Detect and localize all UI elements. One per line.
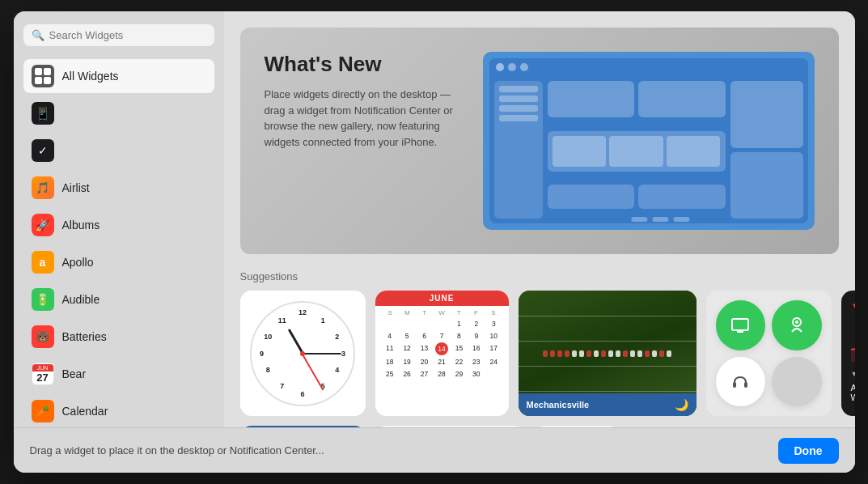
unknown-app-icon: 📱 bbox=[32, 102, 54, 125]
clock-num-9: 9 bbox=[260, 350, 264, 358]
clock-num-2: 2 bbox=[335, 333, 339, 341]
sidebar-item-label: All Widgets bbox=[62, 70, 119, 83]
cal-cell[interactable]: 8 bbox=[451, 330, 467, 342]
day-t2: T bbox=[451, 309, 468, 316]
cal-cell[interactable] bbox=[485, 368, 502, 380]
search-input[interactable] bbox=[49, 29, 206, 41]
cal-cell[interactable]: 30 bbox=[468, 368, 485, 380]
bottom-instruction: Drag a widget to place it on the desktop… bbox=[30, 444, 324, 456]
cal-cell[interactable]: 5 bbox=[399, 330, 415, 342]
cal-cell[interactable]: 24 bbox=[485, 356, 502, 367]
control-btn-airplay[interactable] bbox=[772, 300, 822, 350]
sidebar-item-albums[interactable]: 🎵 Airlist bbox=[23, 171, 214, 205]
mac-dot-yellow bbox=[508, 63, 516, 71]
done-button[interactable]: Done bbox=[778, 438, 839, 464]
search-bar[interactable]: 🔍 bbox=[23, 24, 214, 46]
weather-bar: Mechanicsville 🌙 bbox=[519, 393, 697, 416]
cal-cell[interactable]: 29 bbox=[451, 368, 467, 380]
cal-cell[interactable]: 22 bbox=[451, 356, 467, 367]
cal-cell[interactable]: 4 bbox=[382, 330, 398, 342]
airlist-icon: ✓ bbox=[32, 139, 54, 162]
stocks-widget[interactable]: ▼ AAPL 183.31 ▼ | ✦ Floowave Apple Retai… bbox=[841, 291, 855, 416]
day-w: W bbox=[433, 309, 450, 316]
calendar-days-header: S M T W T F S bbox=[382, 309, 502, 316]
clock-num-11: 11 bbox=[278, 316, 286, 325]
cal-cell-today[interactable]: 14 bbox=[435, 342, 448, 355]
cal-cell[interactable]: 17 bbox=[485, 342, 502, 355]
mac-dot-green bbox=[520, 63, 528, 71]
sidebar-item-audible[interactable]: a Apollo bbox=[23, 245, 214, 279]
cal-cell[interactable] bbox=[399, 318, 415, 329]
mac-sidebar-sim-item bbox=[499, 86, 538, 92]
sidebar-item-unknown[interactable]: 📱 bbox=[23, 96, 214, 130]
calendar-widget[interactable]: JUNE S M T W T F S bbox=[375, 291, 509, 416]
sidebar-item-bear[interactable]: 🐻 Batteries bbox=[23, 320, 214, 354]
audible-icon: a bbox=[32, 251, 54, 274]
cal-cell[interactable]: 10 bbox=[485, 330, 502, 342]
mac-dot-red bbox=[496, 63, 504, 71]
clock-widget[interactable]: 12 3 6 9 1 2 4 5 7 8 10 11 bbox=[240, 291, 366, 416]
calendar-icon: JUN 27 bbox=[32, 363, 54, 385]
clock-face: 12 3 6 9 1 2 4 5 7 8 10 11 bbox=[250, 301, 355, 406]
cal-cell[interactable]: 1 bbox=[451, 318, 467, 329]
cal-cell[interactable]: 12 bbox=[399, 342, 415, 355]
cal-cell[interactable]: 20 bbox=[416, 356, 432, 367]
cal-cell[interactable]: 28 bbox=[434, 368, 450, 380]
cal-cell[interactable] bbox=[434, 318, 450, 329]
day-s: S bbox=[382, 309, 399, 316]
sidebar-item-all-widgets[interactable]: All Widgets bbox=[23, 59, 214, 93]
calendar-grid: 1 2 3 4 5 6 7 8 9 10 11 12 13 bbox=[382, 318, 502, 380]
sidebar-item-bear-label: Batteries bbox=[62, 330, 107, 343]
sidebar-item-apollo[interactable]: 🚀 Albums bbox=[23, 208, 214, 242]
cal-cell[interactable]: 23 bbox=[468, 356, 485, 367]
cal-cell[interactable]: 6 bbox=[416, 330, 432, 342]
control-btn-screen[interactable] bbox=[716, 300, 766, 350]
cal-cell[interactable]: 3 bbox=[485, 318, 502, 329]
unknown-widget[interactable] bbox=[535, 426, 620, 427]
cal-cell[interactable] bbox=[416, 318, 432, 329]
cal-cell[interactable]: 16 bbox=[468, 342, 485, 355]
sidebar-item-calendar[interactable]: JUN 27 Bear bbox=[23, 357, 214, 391]
svg-point-4 bbox=[795, 321, 798, 324]
hero-section: What's New Place widgets directly on the… bbox=[240, 28, 839, 254]
cal-cell[interactable]: 19 bbox=[399, 356, 415, 367]
second-hand bbox=[302, 353, 324, 390]
cal-cell[interactable]: 2 bbox=[468, 318, 485, 329]
cal-cell[interactable]: 11 bbox=[382, 342, 398, 355]
sidebar-item-carrot[interactable]: 🥕 Calendar bbox=[23, 394, 214, 427]
cal-cell[interactable]: 26 bbox=[399, 368, 415, 380]
clock-num-8: 8 bbox=[266, 366, 270, 374]
stocks-ticker: ▼ AAPL 183.31 bbox=[851, 300, 855, 312]
cal-cell[interactable]: 25 bbox=[382, 368, 398, 380]
mac-widget-placeholder bbox=[548, 81, 635, 117]
cal-cell[interactable]: 7 bbox=[434, 330, 450, 342]
sidebar-item-batteries[interactable]: 🔋 Audible bbox=[23, 282, 214, 316]
albums-icon: 🎵 bbox=[32, 176, 54, 199]
hour-hand bbox=[287, 328, 303, 354]
suggestions-row: 12 3 6 9 1 2 4 5 7 8 10 11 bbox=[240, 291, 839, 416]
cal-cell[interactable]: 18 bbox=[382, 356, 398, 367]
bear-icon: 🐻 bbox=[32, 325, 54, 348]
sidebar-item-airlist[interactable]: ✓ bbox=[23, 134, 214, 168]
cal-cell[interactable]: 9 bbox=[468, 330, 485, 342]
cal-cell[interactable]: 21 bbox=[434, 356, 450, 367]
control-btn-empty[interactable] bbox=[772, 357, 822, 407]
mac-sidebar-sim-item bbox=[499, 105, 538, 112]
mac-widget-placeholder bbox=[638, 185, 726, 209]
mac-widget-placeholder bbox=[548, 185, 635, 209]
mac-body bbox=[489, 76, 808, 223]
cal-cell[interactable] bbox=[382, 318, 398, 329]
hero-title: What's New bbox=[265, 52, 467, 77]
control-btn-headphones[interactable] bbox=[716, 357, 766, 407]
hero-text: What's New Place widgets directly on the… bbox=[265, 52, 467, 230]
controls-widget[interactable] bbox=[706, 291, 832, 416]
calendar-body: S M T W T F S 1 bbox=[375, 306, 509, 384]
sidebar-item-label: Audible bbox=[62, 293, 100, 306]
sidebar: 🔍 All Widgets 📱 bbox=[14, 11, 224, 427]
hero-description: Place widgets directly on the desktop — … bbox=[265, 87, 467, 150]
cal-cell[interactable]: 27 bbox=[416, 368, 432, 380]
cal-cell[interactable]: 15 bbox=[451, 342, 467, 355]
cal-cell[interactable]: 13 bbox=[416, 342, 432, 355]
dock-sim bbox=[631, 217, 689, 222]
sports-widget[interactable]: Mechanicsville 🌙 bbox=[519, 291, 697, 416]
